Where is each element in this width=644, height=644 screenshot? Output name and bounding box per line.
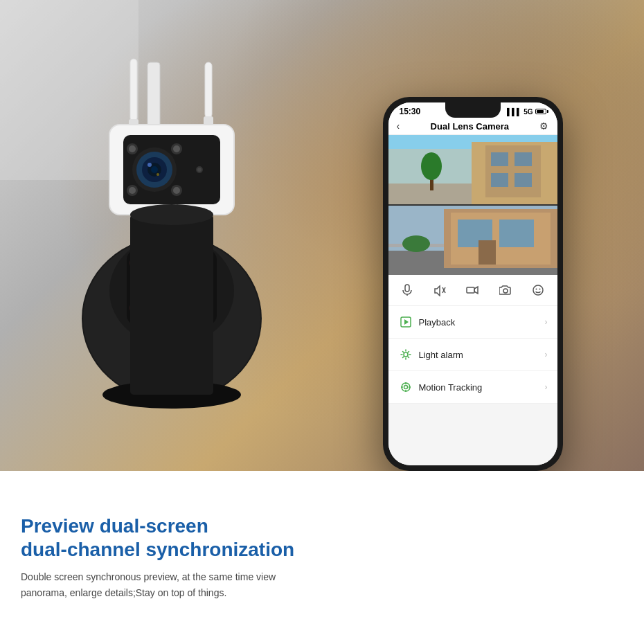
light-alarm-icon xyxy=(398,347,413,362)
svg-point-67 xyxy=(402,235,430,252)
light-alarm-chevron: › xyxy=(545,350,548,359)
svg-rect-2 xyxy=(130,59,137,121)
svg-point-76 xyxy=(539,289,540,290)
svg-rect-72 xyxy=(467,287,474,293)
camera-feed-top xyxy=(388,135,557,204)
menu-items-list: Playback › Light alarm › xyxy=(388,306,557,465)
svg-point-22 xyxy=(173,187,180,194)
phone-screen: 15:30 ▌▌▌ 5G ‹ Dual Lens Camera xyxy=(388,102,557,465)
svg-rect-55 xyxy=(515,173,532,187)
svg-point-47 xyxy=(130,204,213,225)
svg-marker-78 xyxy=(404,319,409,325)
svg-rect-54 xyxy=(491,173,508,187)
svg-point-13 xyxy=(147,163,152,167)
status-icons: ▌▌▌ 5G xyxy=(507,108,546,116)
light-alarm-label: Light alarm xyxy=(419,350,545,360)
svg-point-18 xyxy=(173,145,180,152)
svg-rect-65 xyxy=(478,240,496,265)
motion-tracking-chevron: › xyxy=(545,382,548,392)
main-title: Preview dual-screen dual-channel synchro… xyxy=(21,515,623,561)
motion-tracking-icon xyxy=(398,379,413,395)
signal-bars-icon: ▌▌▌ xyxy=(507,108,521,116)
back-button[interactable]: ‹ xyxy=(397,120,400,132)
settings-button[interactable]: ⚙ xyxy=(539,120,548,132)
record-icon[interactable] xyxy=(463,280,482,300)
snapshot-icon[interactable] xyxy=(496,280,515,300)
svg-point-58 xyxy=(421,152,442,180)
phone-frame: 15:30 ▌▌▌ 5G ‹ Dual Lens Camera xyxy=(383,97,563,471)
motion-tracking-label: Motion Tracking xyxy=(419,382,545,393)
mute-icon[interactable] xyxy=(430,280,449,300)
main-title-line2: dual-channel synchronization xyxy=(21,539,294,560)
menu-item-light-alarm[interactable]: Light alarm › xyxy=(388,339,557,371)
description-text: Double screen synchronous preview, at th… xyxy=(21,569,298,600)
menu-item-motion-tracking[interactable]: Motion Tracking › xyxy=(388,371,557,404)
phone-notch xyxy=(445,102,501,118)
svg-point-73 xyxy=(503,289,508,293)
app-title: Dual Lens Camera xyxy=(431,121,509,132)
svg-point-81 xyxy=(404,386,407,389)
phone-mockup: 15:30 ▌▌▌ 5G ‹ Dual Lens Camera xyxy=(322,97,623,471)
playback-icon xyxy=(398,314,413,330)
battery-icon xyxy=(535,108,546,116)
svg-point-75 xyxy=(535,289,537,290)
camera-feeds xyxy=(388,135,557,275)
mic-icon[interactable] xyxy=(397,280,417,300)
svg-point-24 xyxy=(197,168,202,172)
menu-item-playback[interactable]: Playback › xyxy=(388,306,557,339)
playback-label: Playback xyxy=(419,317,545,328)
svg-point-14 xyxy=(156,173,159,176)
svg-rect-68 xyxy=(405,285,409,292)
network-type: 5G xyxy=(524,108,533,116)
svg-rect-46 xyxy=(130,215,213,395)
svg-point-74 xyxy=(533,285,543,295)
svg-point-79 xyxy=(404,352,408,357)
svg-point-16 xyxy=(129,145,136,152)
svg-rect-53 xyxy=(515,152,532,166)
svg-rect-4 xyxy=(205,62,212,118)
svg-point-12 xyxy=(151,166,158,173)
app-header: ‹ Dual Lens Camera ⚙ xyxy=(388,118,557,135)
svg-rect-0 xyxy=(147,62,160,132)
playback-chevron: › xyxy=(545,317,548,327)
main-title-line1: Preview dual-screen xyxy=(21,515,208,537)
bottom-text-section: Preview dual-screen dual-channel synchro… xyxy=(0,471,644,644)
face-icon[interactable] xyxy=(528,280,548,300)
svg-rect-52 xyxy=(491,152,508,166)
svg-point-20 xyxy=(129,187,136,194)
svg-rect-64 xyxy=(499,220,534,247)
camera-product-image xyxy=(21,14,322,471)
controls-bar xyxy=(388,275,557,306)
camera-feed-bottom xyxy=(388,206,557,275)
phone-time: 15:30 xyxy=(400,107,421,116)
